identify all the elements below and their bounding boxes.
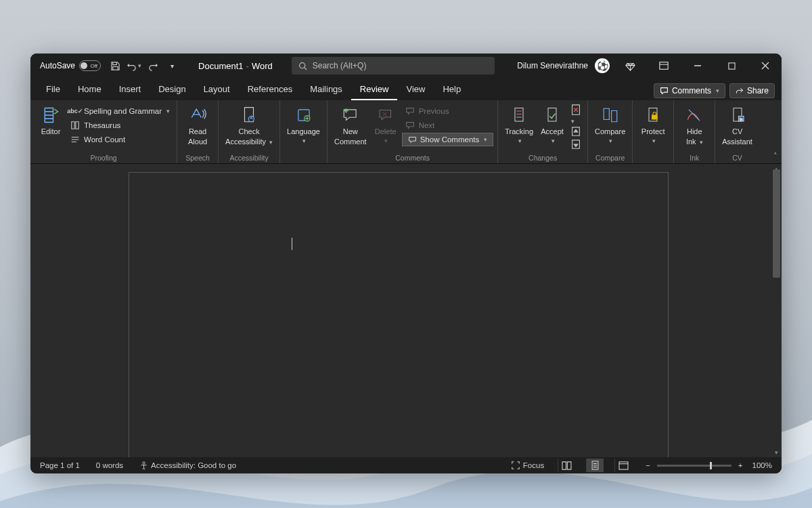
page-indicator[interactable]: Page 1 of 1	[37, 457, 83, 473]
document-page[interactable]	[129, 172, 669, 457]
next-comment-button[interactable]: Next	[402, 119, 494, 132]
delete-comment-icon	[375, 104, 397, 126]
tab-home[interactable]: Home	[69, 79, 110, 100]
group-changes: Tracking▾ Accept▾ ▾ Changes	[498, 100, 588, 163]
word-count-indicator[interactable]: 0 words	[93, 457, 126, 473]
qat-more-icon[interactable]: ▾	[164, 58, 179, 73]
tab-layout[interactable]: Layout	[195, 79, 239, 100]
next-comment-icon	[405, 120, 415, 131]
autosave-toggle[interactable]: AutoSave Off	[40, 60, 101, 71]
zoom-in-button[interactable]: +	[736, 461, 746, 469]
word-app-window: AutoSave Off ▾ ▾ Document1 - Word Search…	[30, 54, 782, 473]
accept-icon	[541, 104, 563, 126]
accessibility-icon	[238, 104, 260, 126]
web-layout-button[interactable]	[614, 459, 632, 472]
reject-button[interactable]: ▾	[570, 104, 582, 125]
cv-assistant-icon: in	[727, 104, 748, 126]
close-button[interactable]	[752, 55, 779, 77]
search-input[interactable]: Search (Alt+Q)	[292, 57, 495, 75]
word-count-button[interactable]: Word Count	[67, 133, 173, 146]
zoom-slider[interactable]	[657, 465, 731, 467]
new-comment-button[interactable]: New Comment	[332, 103, 369, 147]
show-comments-icon	[408, 136, 417, 144]
minimize-button[interactable]	[684, 55, 711, 77]
document-title: Document1 - Word	[198, 61, 273, 71]
svg-text:in: in	[739, 117, 742, 121]
previous-change-button[interactable]	[570, 127, 582, 137]
scrollbar-thumb[interactable]	[773, 169, 780, 278]
save-icon[interactable]	[108, 58, 122, 73]
group-protect: Protect▾	[633, 100, 674, 163]
protect-button[interactable]: Protect▾	[637, 103, 669, 146]
next-change-icon	[570, 140, 582, 150]
tab-file[interactable]: File	[37, 79, 69, 100]
svg-rect-11	[619, 461, 628, 469]
group-cv: in CV Assistant CV	[715, 100, 759, 163]
check-accessibility-button[interactable]: Check Accessibility ▾	[223, 103, 275, 147]
zoom-out-button[interactable]: −	[643, 461, 653, 469]
thesaurus-button[interactable]: Thesaurus	[67, 119, 173, 132]
prev-change-icon	[570, 127, 582, 137]
next-change-button[interactable]	[570, 140, 582, 150]
document-area[interactable]: ▴ ▾	[30, 164, 782, 457]
quick-access-toolbar: ▾ ▾	[108, 58, 179, 73]
tab-review[interactable]: Review	[351, 79, 398, 100]
tab-help[interactable]: Help	[434, 79, 470, 100]
print-layout-button[interactable]	[586, 459, 604, 472]
cv-assistant-button[interactable]: in CV Assistant	[719, 103, 755, 147]
language-icon	[293, 104, 315, 126]
svg-rect-6	[652, 115, 658, 119]
previous-comment-icon	[405, 106, 415, 117]
show-comments-button[interactable]: Show Comments▾	[402, 133, 494, 146]
user-avatar[interactable]: ⚽	[595, 58, 610, 73]
zoom-level[interactable]: 100%	[750, 461, 775, 469]
share-icon	[736, 87, 744, 95]
ink-icon	[683, 104, 705, 126]
abc-check-icon: abc✓	[70, 106, 81, 117]
editor-icon	[40, 104, 62, 126]
group-language: Language ▾	[280, 100, 328, 163]
compare-button[interactable]: Compare▾	[592, 103, 628, 146]
maximize-button[interactable]	[718, 55, 745, 77]
group-comments: New Comment Delete ▾ Previous Next Show …	[328, 100, 498, 163]
accessibility-status-icon	[139, 461, 148, 470]
vertical-scrollbar[interactable]: ▴ ▾	[771, 164, 782, 457]
titlebar: AutoSave Off ▾ ▾ Document1 - Word Search…	[30, 54, 782, 78]
focus-mode-button[interactable]: Focus	[508, 457, 547, 473]
comments-button[interactable]: Comments▾	[654, 83, 725, 98]
svg-rect-2	[728, 62, 734, 68]
accessibility-status[interactable]: Accessibility: Good to go	[137, 457, 239, 473]
diamond-icon[interactable]	[616, 55, 644, 77]
hide-ink-button[interactable]: Hide Ink ▾	[678, 103, 710, 147]
tab-mailings[interactable]: Mailings	[301, 79, 351, 100]
redo-icon[interactable]	[145, 58, 160, 73]
tracking-button[interactable]: Tracking▾	[502, 103, 536, 146]
svg-rect-1	[660, 62, 668, 70]
read-mode-button[interactable]	[558, 459, 575, 472]
ribbon-display-icon[interactable]	[650, 55, 677, 77]
accept-button[interactable]: Accept▾	[536, 103, 568, 146]
scroll-down-icon[interactable]: ▾	[771, 448, 782, 457]
delete-comment-button[interactable]: Delete ▾	[369, 103, 402, 146]
group-compare: Compare▾ Compare	[588, 100, 633, 163]
read-aloud-icon	[187, 104, 208, 126]
share-button[interactable]: Share	[729, 83, 775, 98]
group-ink: Hide Ink ▾ Ink	[674, 100, 715, 163]
undo-icon[interactable]: ▾	[127, 58, 141, 73]
spelling-grammar-button[interactable]: abc✓Spelling and Grammar▾	[67, 104, 173, 118]
previous-comment-button[interactable]: Previous	[402, 104, 494, 118]
tab-references[interactable]: References	[239, 79, 301, 100]
tab-insert[interactable]: Insert	[110, 79, 150, 100]
language-button[interactable]: Language ▾	[284, 103, 323, 146]
username-label: Dilum Senevirathne	[517, 61, 588, 70]
tab-design[interactable]: Design	[150, 79, 194, 100]
read-aloud-button[interactable]: Read Aloud	[181, 103, 214, 147]
editor-button[interactable]: Editor	[35, 103, 67, 137]
protect-icon	[642, 104, 664, 126]
ribbon-review: Editor abc✓Spelling and Grammar▾ Thesaur…	[30, 100, 782, 164]
tab-view[interactable]: View	[397, 79, 434, 100]
group-speech: Read Aloud Speech	[177, 100, 219, 163]
ribbon-tabs: File Home Insert Design Layout Reference…	[30, 78, 782, 100]
reject-icon	[570, 104, 582, 117]
collapse-ribbon-icon[interactable]: ˄	[773, 152, 777, 161]
